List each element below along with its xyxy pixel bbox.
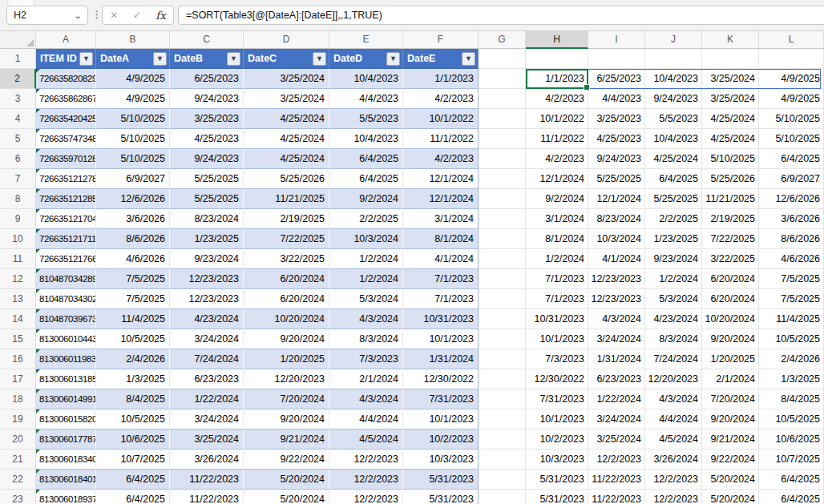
column-header-C[interactable]: C (170, 31, 244, 49)
cell-B8[interactable]: 12/6/2026 (96, 189, 170, 209)
table-header-dated[interactable]: DateD▼ (329, 49, 403, 69)
row-header-9[interactable]: 9 (0, 209, 36, 229)
cell-K16[interactable]: 1/20/2025 (702, 349, 759, 369)
cell-B15[interactable]: 10/5/2025 (96, 329, 170, 349)
cell-J7[interactable]: 6/4/2025 (645, 169, 702, 189)
cell-D11[interactable]: 3/22/2025 (244, 249, 329, 269)
cell-E8[interactable]: 9/2/2024 (329, 189, 403, 209)
cell-D3[interactable]: 3/25/2024 (244, 89, 329, 109)
cell-I21[interactable]: 12/2/2023 (588, 450, 645, 470)
cell-E4[interactable]: 5/5/2023 (329, 109, 403, 129)
row-header-10[interactable]: 10 (0, 229, 36, 249)
cell-L1[interactable] (759, 49, 824, 69)
cell-B14[interactable]: 11/4/2025 (96, 309, 170, 329)
cell-H4[interactable]: 10/1/2022 (526, 109, 588, 129)
cell-G8[interactable] (479, 189, 526, 209)
cell-J9[interactable]: 2/2/2025 (645, 209, 702, 229)
cell-D12[interactable]: 6/20/2024 (244, 269, 329, 289)
cell-C3[interactable]: 9/24/2023 (170, 89, 244, 109)
cell-H17[interactable]: 12/30/2022 (526, 369, 588, 389)
cell-F2[interactable]: 1/1/2023 (403, 69, 479, 89)
cell-D16[interactable]: 1/20/2025 (244, 349, 329, 369)
cell-H6[interactable]: 4/2/2023 (526, 149, 588, 169)
cell-K5[interactable]: 4/25/2024 (702, 129, 759, 149)
cell-I13[interactable]: 12/23/2023 (588, 289, 645, 309)
table-header-datea[interactable]: DateA▼ (96, 49, 170, 69)
row-header-3[interactable]: 3 (0, 89, 36, 109)
cell-B21[interactable]: 10/7/2025 (96, 450, 170, 470)
cell-L4[interactable]: 5/10/2025 (759, 109, 824, 129)
cell-I4[interactable]: 3/25/2023 (588, 109, 645, 129)
cell-A5[interactable]: 726635747348 (36, 129, 96, 149)
cell-H12[interactable]: 7/1/2023 (526, 269, 588, 289)
table-header-datee[interactable]: DateE▼ (403, 49, 479, 69)
cell-B10[interactable]: 8/6/2026 (96, 229, 170, 249)
cell-F19[interactable]: 10/1/2023 (403, 409, 479, 429)
cell-I6[interactable]: 9/24/2023 (588, 149, 645, 169)
cell-K8[interactable]: 11/21/2025 (702, 189, 759, 209)
cell-A7[interactable]: 726635121278 (36, 169, 96, 189)
cell-K3[interactable]: 3/25/2024 (702, 89, 759, 109)
cell-B12[interactable]: 7/5/2025 (96, 269, 170, 289)
cell-I8[interactable]: 12/1/2024 (588, 189, 645, 209)
cell-L6[interactable]: 6/4/2025 (759, 149, 824, 169)
column-header-H[interactable]: H (526, 31, 588, 49)
cell-G23[interactable] (479, 490, 526, 504)
cell-G11[interactable] (479, 249, 526, 269)
cell-K12[interactable]: 6/20/2024 (702, 269, 759, 289)
cell-A15[interactable]: 813006010443 (36, 329, 96, 349)
cell-K11[interactable]: 3/22/2025 (702, 249, 759, 269)
cell-G5[interactable] (479, 129, 526, 149)
cell-C8[interactable]: 5/25/2025 (170, 189, 244, 209)
cell-I12[interactable]: 12/23/2023 (588, 269, 645, 289)
cell-C13[interactable]: 12/23/2023 (170, 289, 244, 309)
cell-K20[interactable]: 9/21/2024 (702, 429, 759, 450)
cell-H21[interactable]: 10/3/2023 (526, 450, 588, 470)
cell-E10[interactable]: 10/3/2024 (329, 229, 403, 249)
cell-L15[interactable]: 10/5/2025 (759, 329, 824, 349)
cell-C17[interactable]: 6/23/2023 (170, 369, 244, 389)
cell-F5[interactable]: 11/1/2022 (403, 129, 479, 149)
cell-D8[interactable]: 11/21/2025 (244, 189, 329, 209)
row-header-7[interactable]: 7 (0, 169, 36, 189)
cell-A6[interactable]: 726635970128 (36, 149, 96, 169)
cell-B22[interactable]: 6/4/2025 (96, 470, 170, 490)
cell-K14[interactable]: 10/20/2024 (702, 309, 759, 329)
cell-D5[interactable]: 4/25/2024 (244, 129, 329, 149)
cell-G18[interactable] (479, 389, 526, 409)
cell-L20[interactable]: 10/6/2025 (759, 429, 824, 450)
cell-E20[interactable]: 4/5/2024 (329, 429, 403, 450)
cell-H11[interactable]: 1/2/2024 (526, 249, 588, 269)
cell-E15[interactable]: 8/3/2024 (329, 329, 403, 349)
cell-H18[interactable]: 7/31/2023 (526, 389, 588, 409)
cell-I2[interactable]: 6/25/2023 (588, 69, 645, 89)
cell-L18[interactable]: 8/4/2025 (759, 389, 824, 409)
cell-D15[interactable]: 9/20/2024 (244, 329, 329, 349)
cell-E5[interactable]: 10/4/2023 (329, 129, 403, 149)
cell-J19[interactable]: 4/4/2024 (645, 409, 702, 429)
cell-E21[interactable]: 12/2/2023 (329, 450, 403, 470)
cell-K19[interactable]: 9/20/2024 (702, 409, 759, 429)
cell-F4[interactable]: 10/1/2022 (403, 109, 479, 129)
cell-L23[interactable]: 6/4/2025 (759, 490, 824, 504)
cell-J18[interactable]: 4/3/2024 (645, 389, 702, 409)
cell-H1[interactable] (526, 49, 588, 69)
table-header-datec[interactable]: DateC▼ (244, 49, 329, 69)
cell-J16[interactable]: 7/24/2024 (645, 349, 702, 369)
column-header-F[interactable]: F (403, 31, 479, 49)
cell-G19[interactable] (479, 409, 526, 429)
cell-A3[interactable]: 726635862867 (36, 89, 96, 109)
cell-F18[interactable]: 7/31/2023 (403, 389, 479, 409)
filter-dropdown-icon[interactable]: ▼ (313, 52, 326, 66)
cell-K6[interactable]: 5/10/2025 (702, 149, 759, 169)
cell-J23[interactable]: 12/2/2023 (645, 490, 702, 504)
cell-J2[interactable]: 10/4/2023 (645, 69, 702, 89)
cell-J8[interactable]: 5/25/2025 (645, 189, 702, 209)
cell-H13[interactable]: 7/1/2023 (526, 289, 588, 309)
cell-H10[interactable]: 8/1/2024 (526, 229, 588, 249)
cell-K10[interactable]: 7/22/2025 (702, 229, 759, 249)
cell-L5[interactable]: 5/10/2025 (759, 129, 824, 149)
cell-J6[interactable]: 4/25/2024 (645, 149, 702, 169)
cell-G3[interactable] (479, 89, 526, 109)
cell-E23[interactable]: 12/2/2023 (329, 490, 403, 504)
